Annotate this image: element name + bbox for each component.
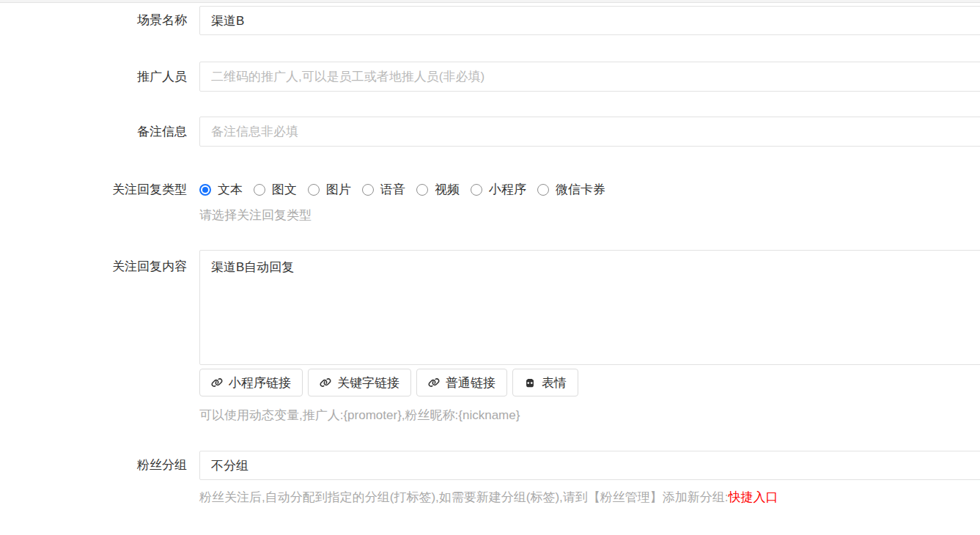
emoji-button[interactable]: 表情 xyxy=(512,369,578,396)
radio-option-label: 文本 xyxy=(218,181,243,198)
radio-option-label: 图片 xyxy=(326,181,351,198)
reply-type-option-5[interactable]: 小程序 xyxy=(471,181,526,198)
channel-qrcode-form: 场景名称 推广人员 备注信息 关注回复类型 文本图文图片语音视频小程序微信卡券 … xyxy=(0,0,980,535)
reply-type-option-3[interactable]: 语音 xyxy=(362,181,405,198)
quick-entry-link[interactable]: 快捷入口 xyxy=(729,490,778,504)
tool-button-label: 普通链接 xyxy=(446,374,495,391)
tool-button-label: 小程序链接 xyxy=(229,374,291,391)
radio-option-label: 图文 xyxy=(272,181,297,198)
remark-input[interactable] xyxy=(199,117,980,147)
radio-icon[interactable] xyxy=(308,184,320,196)
radio-icon[interactable] xyxy=(362,184,374,196)
reply-type-option-1[interactable]: 图文 xyxy=(254,181,297,198)
plain-link-button[interactable]: 普通链接 xyxy=(416,369,507,396)
promoter-row: 推广人员 xyxy=(0,62,980,92)
emoji-icon xyxy=(524,377,536,388)
radio-option-label: 小程序 xyxy=(489,181,526,198)
fan-group-row: 粉丝分组 xyxy=(0,451,980,480)
tool-button-label: 关键字链接 xyxy=(337,374,399,391)
reply-content-label: 关注回复内容 xyxy=(0,250,187,276)
fan-group-help-text: 粉丝关注后,自动分配到指定的分组(打标签),如需要新建分组(标签),请到【粉丝管… xyxy=(199,490,729,504)
reply-type-options: 文本图文图片语音视频小程序微信卡券 xyxy=(199,181,980,198)
link-icon xyxy=(320,377,331,388)
reply-content-row: 关注回复内容 渠道B自动回复 xyxy=(0,250,980,365)
radio-icon[interactable] xyxy=(471,184,482,196)
radio-checked-icon[interactable] xyxy=(199,184,211,196)
radio-option-label: 视频 xyxy=(435,181,460,198)
radio-option-label: 语音 xyxy=(380,181,405,198)
scene-name-input[interactable] xyxy=(199,6,980,35)
miniprogram-link-button[interactable]: 小程序链接 xyxy=(199,369,303,396)
content-toolbar: 小程序链接关键字链接普通链接表情 xyxy=(199,369,578,396)
reply-type-row: 关注回复类型 文本图文图片语音视频小程序微信卡券 xyxy=(0,181,980,198)
reply-content-textarea[interactable]: 渠道B自动回复 xyxy=(199,250,980,365)
reply-content-help: 可以使用动态变量,推广人:{promoter},粉丝昵称:{nickname} xyxy=(199,407,520,424)
reply-type-help: 请选择关注回复类型 xyxy=(199,207,312,224)
scene-name-label: 场景名称 xyxy=(0,6,187,35)
fan-group-help: 粉丝关注后,自动分配到指定的分组(打标签),如需要新建分组(标签),请到【粉丝管… xyxy=(199,490,778,506)
reply-type-option-6[interactable]: 微信卡券 xyxy=(537,181,605,198)
fan-group-select[interactable] xyxy=(199,451,980,480)
scene-name-row: 场景名称 xyxy=(0,6,980,35)
radio-icon[interactable] xyxy=(416,184,428,196)
reply-type-option-0[interactable]: 文本 xyxy=(199,181,243,198)
promoter-label: 推广人员 xyxy=(0,62,187,92)
promoter-input[interactable] xyxy=(199,62,980,92)
keyword-link-button[interactable]: 关键字链接 xyxy=(308,369,411,396)
radio-icon[interactable] xyxy=(537,184,549,196)
reply-type-option-2[interactable]: 图片 xyxy=(308,181,351,198)
radio-icon[interactable] xyxy=(254,184,265,196)
fan-group-label: 粉丝分组 xyxy=(0,451,187,480)
remark-row: 备注信息 xyxy=(0,117,980,147)
remark-label: 备注信息 xyxy=(0,117,187,147)
link-icon xyxy=(211,377,223,388)
tool-button-label: 表情 xyxy=(542,374,567,391)
reply-type-label: 关注回复类型 xyxy=(0,182,187,198)
link-icon xyxy=(428,377,440,388)
reply-type-option-4[interactable]: 视频 xyxy=(416,181,460,198)
top-divider xyxy=(0,0,980,3)
radio-option-label: 微信卡券 xyxy=(556,181,605,198)
